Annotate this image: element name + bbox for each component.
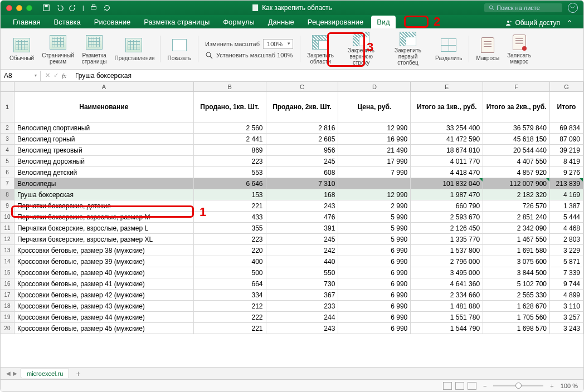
refresh-icon[interactable] bbox=[103, 4, 111, 12]
cell[interactable]: 3 110 bbox=[550, 301, 583, 311]
cancel-icon[interactable]: ✕ bbox=[45, 72, 50, 79]
cell[interactable]: 36 579 840 bbox=[483, 122, 550, 133]
row-header[interactable]: 6 bbox=[1, 167, 14, 178]
cell[interactable]: 500 bbox=[194, 267, 266, 278]
table-row[interactable]: 2Велосипед спортивный2 5602 81612 99033 … bbox=[1, 122, 583, 134]
zoom-in-button[interactable]: + bbox=[550, 383, 553, 389]
cell[interactable]: 233 bbox=[266, 301, 339, 311]
cell[interactable]: 17 990 bbox=[338, 156, 411, 166]
row-header[interactable]: 19 bbox=[1, 312, 14, 322]
tab-review[interactable]: Рецензирование bbox=[302, 16, 369, 28]
cell[interactable]: 3 844 500 bbox=[483, 267, 550, 278]
maximize-icon[interactable] bbox=[26, 5, 32, 11]
cell[interactable]: 2 560 bbox=[194, 122, 266, 133]
cell[interactable]: Кроссовки беговые, размер 45 (мужские) bbox=[14, 323, 194, 334]
col-header-c[interactable]: C bbox=[266, 82, 339, 91]
header-cell[interactable]: Итого bbox=[550, 92, 583, 122]
header-cell[interactable]: Итого за 2кв., руб. bbox=[483, 92, 550, 122]
sheet-nav[interactable]: ◀▶ bbox=[6, 370, 17, 376]
cell[interactable]: 4 468 bbox=[550, 223, 583, 233]
cell[interactable]: 1 987 470 bbox=[411, 189, 483, 200]
freeze-panes-button[interactable]: Закрепить области bbox=[304, 31, 337, 67]
cell[interactable]: 869 bbox=[194, 145, 266, 155]
cell[interactable]: 6 990 bbox=[338, 323, 411, 334]
row-header[interactable]: 17 bbox=[1, 290, 14, 300]
cell[interactable]: 2 126 450 bbox=[411, 223, 483, 233]
header-cell[interactable]: Продано, 1кв. Шт. bbox=[194, 92, 266, 122]
col-header-b[interactable]: B bbox=[194, 82, 266, 91]
header-cell[interactable]: Наименование bbox=[14, 92, 194, 122]
cell[interactable]: 6 646 bbox=[194, 178, 266, 189]
cell[interactable]: 6 990 bbox=[338, 301, 411, 311]
cell[interactable]: 7 310 bbox=[266, 178, 339, 189]
row-header[interactable]: 12 bbox=[1, 234, 14, 244]
fx-icon[interactable]: fx bbox=[62, 72, 66, 79]
row-header[interactable]: 2 bbox=[1, 122, 14, 133]
cell[interactable]: 1 335 770 bbox=[411, 234, 483, 244]
cell[interactable]: 112 007 900 bbox=[483, 178, 550, 189]
cell[interactable]: 400 bbox=[194, 256, 266, 267]
freeze-first-col-button[interactable]: Закрепить первый столбец bbox=[385, 31, 431, 67]
cell[interactable]: 5 990 bbox=[338, 223, 411, 233]
cell[interactable]: 2 796 000 bbox=[411, 256, 483, 267]
cell[interactable]: 245 bbox=[266, 234, 339, 244]
cell[interactable]: 45 618 150 bbox=[483, 134, 550, 144]
tab-formulas[interactable]: Формулы bbox=[217, 16, 260, 28]
cell[interactable]: Велосипеды bbox=[14, 178, 194, 189]
cell[interactable] bbox=[338, 178, 411, 189]
cell[interactable]: 39 219 bbox=[550, 145, 583, 155]
cell[interactable]: 4 407 550 bbox=[483, 156, 550, 166]
zoom-100-button[interactable]: Установить масштаб 100% bbox=[205, 51, 293, 59]
cell[interactable]: 242 bbox=[266, 245, 339, 256]
cell[interactable]: 2 851 240 bbox=[483, 212, 550, 222]
cell[interactable]: 3 243 bbox=[550, 323, 583, 334]
cell[interactable]: Перчатки боксерские, взрослые, размер M bbox=[14, 212, 194, 222]
cell[interactable]: 16 990 bbox=[338, 134, 411, 144]
cell[interactable]: 2 182 320 bbox=[483, 189, 550, 200]
cell[interactable]: 5 990 bbox=[338, 234, 411, 244]
cell[interactable]: Велосипед трековый bbox=[14, 145, 194, 155]
macros-button[interactable]: Макросы bbox=[473, 31, 503, 67]
row-header[interactable]: 5 bbox=[1, 156, 14, 166]
zoom-slider[interactable] bbox=[493, 385, 543, 386]
cell[interactable]: 1 705 560 bbox=[483, 312, 550, 322]
cell[interactable]: 245 bbox=[266, 156, 339, 166]
col-header-a[interactable]: A bbox=[14, 82, 194, 91]
table-row[interactable]: 16Кроссовки беговые, размер 41 (мужские)… bbox=[1, 278, 583, 290]
cell[interactable]: 7 339 bbox=[550, 267, 583, 278]
zoom-dropdown[interactable]: 100% bbox=[263, 39, 293, 49]
zoom-percent[interactable]: 100 % bbox=[561, 383, 578, 389]
row-header[interactable]: 15 bbox=[1, 267, 14, 278]
header-cell[interactable]: Цена, руб. bbox=[338, 92, 411, 122]
row-header[interactable]: 4 bbox=[1, 145, 14, 155]
print-icon[interactable] bbox=[90, 4, 98, 12]
undo-icon[interactable] bbox=[56, 4, 64, 12]
grid[interactable]: A B C D E F G 1 Наименование Продано, 1к… bbox=[1, 82, 583, 367]
col-header-g[interactable]: G bbox=[550, 82, 583, 91]
cell[interactable]: 213 839 bbox=[550, 178, 583, 189]
cell[interactable]: 2 334 660 bbox=[411, 290, 483, 300]
tab-page-layout[interactable]: Разметка страницы bbox=[138, 16, 215, 28]
view-switcher[interactable] bbox=[443, 382, 476, 390]
cell[interactable]: 18 674 810 bbox=[411, 145, 483, 155]
cell[interactable]: 664 bbox=[194, 278, 266, 289]
add-sheet-button[interactable]: + bbox=[72, 369, 84, 378]
cell[interactable]: 730 bbox=[266, 278, 339, 289]
cell[interactable]: Велосипед горный bbox=[14, 134, 194, 144]
cell[interactable]: Перчатки боксерские, взрослые, размер L bbox=[14, 223, 194, 233]
cell[interactable]: 4 011 770 bbox=[411, 156, 483, 166]
show-button[interactable]: Показать bbox=[164, 31, 194, 67]
table-row[interactable]: 7Велосипеды6 6467 310101 832 040112 007 … bbox=[1, 178, 583, 189]
row-header[interactable]: 10 bbox=[1, 212, 14, 222]
split-button[interactable]: Разделить bbox=[432, 31, 465, 67]
table-row[interactable]: 6Велосипед детский5536087 9904 418 4704 … bbox=[1, 167, 583, 178]
cell[interactable]: 6 990 bbox=[338, 290, 411, 300]
tab-home[interactable]: Главная bbox=[7, 16, 46, 28]
cell[interactable]: 3 075 600 bbox=[483, 256, 550, 267]
cell[interactable]: 33 254 400 bbox=[411, 122, 483, 133]
table-row[interactable]: 18Кроссовки беговые, размер 43 (мужские)… bbox=[1, 301, 583, 312]
cell[interactable]: 660 790 bbox=[411, 200, 483, 211]
cell[interactable]: 4 418 470 bbox=[411, 167, 483, 178]
cell[interactable]: 1 467 550 bbox=[483, 234, 550, 244]
header-cell[interactable]: Продано, 2кв. Шт. bbox=[266, 92, 339, 122]
